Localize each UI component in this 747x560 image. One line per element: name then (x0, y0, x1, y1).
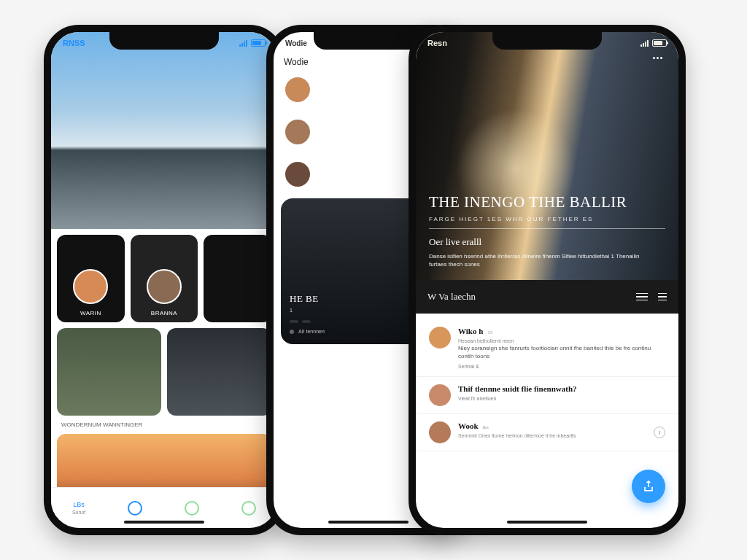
list-icon[interactable] (658, 293, 667, 301)
circle-icon (241, 501, 256, 516)
photo-thumbnail[interactable] (57, 328, 161, 416)
story-label: WARIN (80, 310, 101, 316)
post-author: Wook (458, 421, 479, 430)
more-icon[interactable] (653, 57, 662, 59)
notch (314, 32, 423, 50)
share-icon (641, 479, 656, 494)
stories-row: WARIN BRANNA (51, 229, 277, 328)
status-left-label: RNSS (63, 39, 85, 47)
post-subtitle: Hesean betholiernt neen (458, 338, 665, 343)
tab-sublabel: Sonof (72, 510, 85, 515)
status-indicators (640, 39, 667, 47)
circle-icon (185, 501, 199, 516)
avatar (285, 77, 310, 102)
avatar (429, 421, 451, 443)
post-author: Thif tlennne suidt flie finennwath? (458, 384, 577, 393)
avatar (429, 384, 451, 406)
story-tile[interactable]: WARIN (57, 235, 125, 322)
post-subtitle: Senmnit Onex ltome herinon ditermoe it h… (458, 433, 646, 438)
nav-label: W Va laechn (427, 291, 476, 303)
story-tile[interactable] (204, 235, 271, 322)
post-time: 15 (487, 330, 492, 335)
post-body: Niey soraneign she fanrurts foortiocian … (458, 345, 665, 361)
card-meta-text: AII tennnen (298, 329, 325, 334)
article-body: Danse isifien hserind athe ihriterras di… (429, 252, 654, 268)
avatar (147, 269, 182, 304)
nav-row: W Va laechn (416, 280, 678, 314)
story-label: BRANNA (151, 310, 177, 316)
avatar (73, 269, 108, 304)
post-author: Wiko h (458, 327, 483, 335)
photo-row (51, 328, 277, 421)
post-link[interactable]: Sertnal & (458, 364, 665, 369)
story-tile[interactable]: BRANNA (131, 235, 198, 322)
battery-icon (251, 39, 266, 47)
app-title: Wodie (285, 39, 307, 47)
hero-image[interactable] (51, 32, 277, 229)
battery-icon (652, 39, 667, 47)
phone-article-feed: Resn The Inengo Tihe Ballir FARGE HIEGT … (409, 25, 686, 535)
feed-post[interactable]: Wiko h15 Hesean betholiernt neen Niey so… (416, 319, 678, 377)
article-subline: FARGE HIEGT 1ES WHR OUR FETHER ES (429, 216, 665, 222)
article-title: The Inengo Tihe Ballir (429, 193, 665, 211)
status-indicators (239, 39, 266, 47)
signal-icon (239, 40, 247, 47)
signal-icon (640, 40, 649, 47)
tab-label: LBs (73, 501, 85, 508)
chip[interactable] (302, 320, 311, 323)
tab-item[interactable] (185, 501, 199, 516)
divider (429, 228, 665, 229)
notch (109, 32, 219, 50)
post-subtitle: Vieat fir anetioen (458, 396, 665, 401)
dot-icon (290, 330, 294, 334)
article-section: Oer live eralll (429, 236, 665, 248)
photo-thumbnail[interactable] (167, 328, 271, 416)
phone-photo-feed: RNSS WARIN BRANNA WONDERNUM WANNTINGER L… (44, 25, 285, 535)
caption-text: WONDERNUM WANNTINGER (51, 421, 277, 428)
post-time: iks (483, 424, 489, 430)
tab-item[interactable]: LBs Sonof (72, 501, 85, 515)
circle-icon (128, 501, 142, 516)
tab-item[interactable] (128, 501, 142, 516)
chip[interactable] (290, 320, 298, 323)
notch (492, 32, 602, 50)
fab-compose-button[interactable] (632, 470, 665, 503)
feed-post[interactable]: Thif tlennne suidt flie finennwath? Viea… (416, 377, 678, 414)
menu-icon[interactable] (636, 293, 648, 301)
tab-item[interactable] (241, 501, 256, 516)
feed-post[interactable]: Wookiks Senmnit Onex ltome herinon diter… (416, 414, 678, 451)
avatar (285, 120, 310, 144)
avatar (429, 327, 451, 349)
avatar (285, 162, 310, 187)
status-left-label: Resn (427, 39, 447, 47)
article-hero[interactable]: The Inengo Tihe Ballir FARGE HIEGT 1ES W… (416, 32, 678, 280)
info-icon[interactable]: i (654, 427, 665, 438)
